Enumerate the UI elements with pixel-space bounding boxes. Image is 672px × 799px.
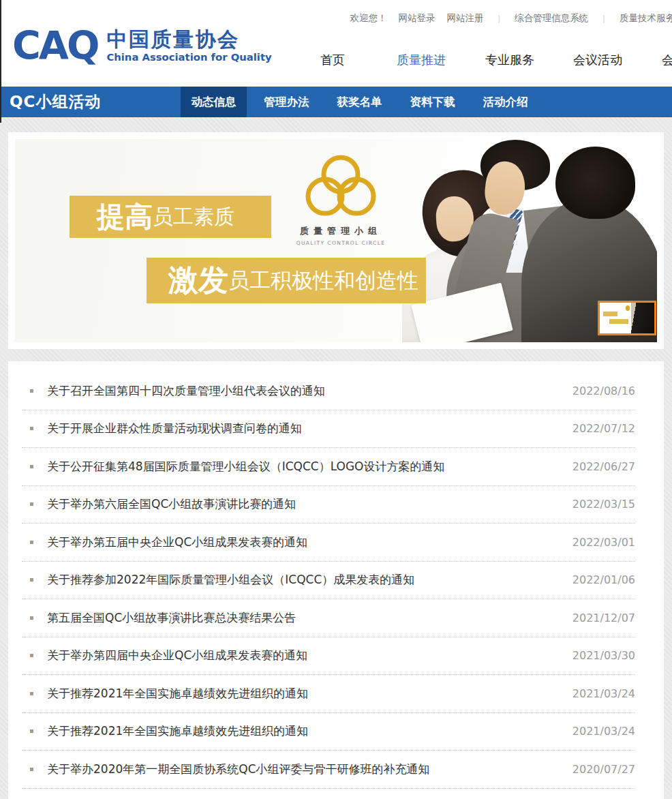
slogan-1-bold: 提高 — [97, 198, 153, 236]
slogan-2-bold: 激发 — [168, 260, 228, 301]
news-title-link[interactable]: 关于公开征集第48届国际质量管理小组会议（ICQCC）LOGO设计方案的通知 — [47, 459, 444, 474]
news-date: 2022/08/16 — [572, 385, 635, 397]
news-date: 2020/07/27 — [572, 763, 635, 776]
bullet-square-icon — [30, 654, 33, 657]
qcc-name-en: QUALITY CONTROL CIRCLE — [293, 240, 388, 246]
management-system-link[interactable]: 综合管理信息系统 — [515, 12, 588, 25]
section-tab[interactable]: 动态信息 — [181, 87, 247, 117]
news-row[interactable]: 关于推荐参加2022年国际质量管理小组会议（ICQCC）成果发表的通知 2022… — [22, 562, 635, 600]
thumb-yellow-chip — [609, 319, 628, 324]
bullet-square-icon — [30, 729, 33, 733]
main-nav-item[interactable]: 专业服务 — [485, 52, 534, 68]
news-title-link[interactable]: 关于推荐2021年全国实施卓越绩效先进组织的通知 — [47, 723, 308, 739]
banner-slogan-2: 激发 员工积极性和创造性 — [147, 258, 426, 303]
news-date: 2021/03/30 — [572, 649, 635, 662]
welcome-text: 欢迎您！ — [350, 12, 386, 25]
bullet-square-icon — [30, 427, 33, 430]
main-nav-item[interactable]: 首页 — [320, 52, 345, 68]
news-title-link[interactable]: 关于举办2020年第一期全国质协系统QC小组评委与骨干研修班的补充通知 — [47, 762, 430, 777]
bullet-square-icon — [30, 692, 33, 695]
qcc-circles-icon — [300, 154, 382, 221]
news-title-link[interactable]: 关于推荐参加2022年国际质量管理小组会议（ICQCC）成果发表的通知 — [47, 572, 414, 588]
slogan-2-rest: 员工积极性和创造性 — [228, 267, 418, 295]
news-row[interactable]: 关于开展企业群众性质量活动现状调查问卷的通知 2022/07/12 — [22, 410, 635, 449]
bullet-square-icon — [30, 502, 33, 506]
news-date: 2022/03/01 — [572, 536, 635, 549]
news-title-link[interactable]: 关于召开全国第四十四次质量管理小组代表会议的通知 — [47, 383, 325, 399]
news-row[interactable]: 关于举办2020年第一期全国质协系统QC小组评委与骨干研修班的补充通知 2020… — [22, 751, 635, 789]
section-tab[interactable]: 管理办法 — [254, 87, 320, 117]
news-date: 2021/03/24 — [572, 687, 635, 700]
section-bar: QC小组活动 动态信息 管理办法 获奖名单 资料下载 活动介绍 — [0, 87, 672, 117]
main-nav-item[interactable]: 会议活动 — [573, 52, 622, 68]
utility-bar: 欢迎您！ 网站登录 网站注册 ｜ 综合管理信息系统 ｜ 质量技术服务 — [350, 12, 672, 25]
section-title: QC小组活动 — [10, 87, 101, 117]
news-date: 2021/03/24 — [572, 725, 635, 738]
news-row[interactable]: 关于推荐2021年全国实施卓越绩效先进组织的通知 2021/03/24 — [22, 713, 635, 751]
window-edge — [0, 0, 1, 123]
news-title-link[interactable]: 关于开展企业群众性质量活动现状调查问卷的通知 — [47, 421, 302, 436]
news-row[interactable]: 关于公开征集第48届国际质量管理小组会议（ICQCC）LOGO设计方案的通知 2… — [22, 448, 635, 486]
news-title-link[interactable]: 关于举办第六届全国QC小组故事演讲比赛的通知 — [47, 496, 296, 512]
main-nav: 首页 质量推进 专业服务 会议活动 会 — [0, 52, 672, 71]
bullet-square-icon — [30, 768, 33, 771]
banner-slogan-1: 提高 员工素质 — [70, 196, 271, 238]
news-date: 2022/03/15 — [572, 498, 635, 511]
page: 欢迎您！ 网站登录 网站注册 ｜ 综合管理信息系统 ｜ 质量技术服务 CAQ 中… — [0, 0, 672, 799]
slogan-1-rest: 员工素质 — [153, 203, 234, 231]
section-tab[interactable]: 获奖名单 — [326, 87, 393, 117]
news-title-link[interactable]: 关于推荐2021年全国实施卓越绩效先进组织的通知 — [47, 686, 308, 702]
bullet-square-icon — [30, 616, 33, 620]
news-date: 2022/06/27 — [572, 460, 635, 473]
news-row[interactable]: 关于召开全国第四十四次质量管理小组代表会议的通知 2022/08/16 — [22, 372, 635, 410]
banner-card: 质量管理小组 QUALITY CONTROL CIRCLE 提高 员工素质 激发… — [8, 132, 664, 349]
news-title-link[interactable]: 第五届全国QC小组故事演讲比赛总决赛结果公告 — [47, 610, 296, 626]
section-tab[interactable]: 资料下载 — [399, 87, 465, 117]
news-row[interactable]: 关于举办第五届中央企业QC小组成果发表赛的通知 2022/03/01 — [22, 524, 635, 562]
thumb-yellow-chip — [603, 312, 617, 316]
news-date: 2021/12/07 — [572, 612, 635, 624]
bullet-square-icon — [30, 541, 33, 544]
site-header: 欢迎您！ 网站登录 网站注册 ｜ 综合管理信息系统 ｜ 质量技术服务 CAQ 中… — [0, 0, 672, 87]
qcc-name-cn: 质量管理小组 — [293, 225, 388, 237]
news-card: 关于召开全国第四十四次质量管理小组代表会议的通知 2022/08/16 关于开展… — [8, 361, 664, 799]
login-link[interactable]: 网站登录 — [398, 12, 435, 25]
register-link[interactable]: 网站注册 — [446, 12, 483, 25]
right-man-hair — [555, 147, 635, 219]
main-nav-item[interactable]: 质量推进 — [397, 52, 446, 68]
section-tabs: 动态信息 管理办法 获奖名单 资料下载 活动介绍 — [181, 87, 545, 117]
carousel-thumbnail[interactable] — [598, 301, 656, 335]
news-list: 关于召开全国第四十四次质量管理小组代表会议的通知 2022/08/16 关于开展… — [8, 361, 664, 789]
divider: ｜ — [600, 13, 608, 25]
qcc-emblem: 质量管理小组 QUALITY CONTROL CIRCLE — [293, 154, 388, 246]
news-row[interactable]: 关于举办第六届全国QC小组故事演讲比赛的通知 2022/03/15 — [22, 486, 635, 524]
main-nav-item[interactable]: 会 — [662, 52, 672, 68]
news-row[interactable]: 关于推荐2021年全国实施卓越绩效先进组织的通知 2021/03/24 — [22, 675, 635, 713]
news-row[interactable]: 第五届全国QC小组故事演讲比赛总决赛结果公告 2021/12/07 — [22, 599, 635, 637]
section-tab[interactable]: 活动介绍 — [472, 87, 538, 117]
bullet-square-icon — [30, 578, 33, 582]
thumb-gold-dot — [626, 305, 630, 311]
bullet-square-icon — [30, 389, 33, 393]
news-title-link[interactable]: 关于举办第五届中央企业QC小组成果发表赛的通知 — [47, 534, 307, 550]
news-row[interactable]: 关于举办第四届中央企业QC小组成果发表赛的通知 2021/03/30 — [22, 637, 635, 676]
bullet-square-icon — [30, 465, 33, 468]
quality-service-link[interactable]: 质量技术服务 — [620, 12, 672, 25]
banner-carousel[interactable]: 质量管理小组 QUALITY CONTROL CIRCLE 提高 员工素质 激发… — [15, 139, 657, 342]
news-date: 2022/01/06 — [572, 573, 635, 586]
news-title-link[interactable]: 关于举办第四届中央企业QC小组成果发表赛的通知 — [47, 648, 307, 663]
news-date: 2022/07/12 — [572, 422, 635, 435]
logo-name-cn: 中国质量协会 — [106, 29, 271, 50]
divider: ｜ — [495, 13, 503, 25]
thumb-photo-area — [631, 303, 654, 333]
